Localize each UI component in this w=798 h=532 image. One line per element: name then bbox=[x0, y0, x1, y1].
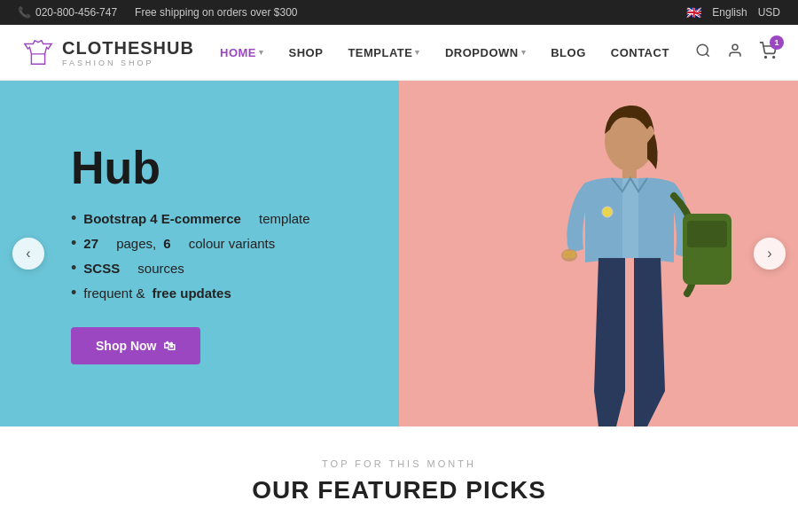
hero-text: Hub Bootstrap 4 E-commerce template 27 p… bbox=[71, 143, 310, 364]
svg-point-3 bbox=[765, 56, 767, 58]
hero-list-item: Bootstrap 4 E-commerce template bbox=[71, 209, 310, 228]
next-arrow-icon: › bbox=[767, 246, 771, 262]
shop-now-button[interactable]: Shop Now 🛍 bbox=[71, 327, 200, 364]
header-icons: 1 bbox=[695, 42, 777, 64]
currency-selector[interactable]: USD bbox=[758, 6, 780, 19]
logo[interactable]: CLOTHESHUB FASHION SHOP bbox=[21, 35, 194, 69]
chevron-down-icon: ▾ bbox=[415, 48, 420, 57]
logo-text: CLOTHESHUB FASHION SHOP bbox=[62, 38, 194, 67]
brand-sub: FASHION SHOP bbox=[62, 59, 194, 67]
svg-rect-7 bbox=[622, 178, 638, 258]
hero-list-item: SCSS sources bbox=[71, 259, 310, 278]
shop-icon: 🛍 bbox=[163, 339, 176, 353]
phone-icon: 📞 bbox=[18, 6, 31, 19]
chevron-down-icon: ▾ bbox=[521, 48, 527, 57]
nav-home[interactable]: HOME ▾ bbox=[220, 46, 264, 59]
model-svg bbox=[461, 81, 763, 426]
hero-title: Hub bbox=[71, 143, 310, 193]
nav-blog[interactable]: BLOG bbox=[551, 46, 586, 59]
hero-list-item: 27 pages, 6 colour variants bbox=[71, 234, 310, 253]
svg-point-0 bbox=[697, 44, 708, 55]
nav-shop[interactable]: SHOP bbox=[289, 46, 324, 59]
hero-model bbox=[461, 81, 763, 426]
logo-icon bbox=[21, 35, 55, 69]
top-bar-right: 🇬🇧 English USD bbox=[686, 5, 780, 20]
featured-title: OUR FEATURED PICKS bbox=[0, 476, 798, 505]
chevron-down-icon: ▾ bbox=[259, 48, 264, 57]
main-nav: HOME ▾ SHOP TEMPLATE ▾ DROPDOWN ▾ BLOG C… bbox=[220, 46, 669, 59]
hero-section: Hub Bootstrap 4 E-commerce template 27 p… bbox=[0, 81, 798, 426]
nav-contact[interactable]: CONTACT bbox=[611, 46, 669, 59]
svg-point-12 bbox=[602, 207, 613, 217]
next-slide-button[interactable]: › bbox=[754, 238, 786, 270]
top-bar: 📞 020-800-456-747 Free shipping on order… bbox=[0, 0, 798, 25]
cart-badge: 1 bbox=[770, 35, 784, 50]
svg-rect-11 bbox=[563, 251, 575, 258]
search-icon bbox=[695, 43, 711, 59]
phone-info: 📞 020-800-456-747 bbox=[18, 6, 117, 19]
brand-name: CLOTHESHUB bbox=[62, 38, 194, 59]
nav-dropdown[interactable]: DROPDOWN ▾ bbox=[445, 46, 526, 59]
featured-section: TOP FOR THIS MONTH OUR FEATURED PICKS bbox=[0, 426, 798, 522]
top-bar-left: 📞 020-800-456-747 Free shipping on order… bbox=[18, 6, 298, 19]
svg-line-1 bbox=[706, 53, 708, 56]
shop-now-label: Shop Now bbox=[96, 339, 156, 353]
svg-point-4 bbox=[773, 56, 775, 58]
header: CLOTHESHUB FASHION SHOP HOME ▾ SHOP TEMP… bbox=[0, 25, 798, 81]
prev-slide-button[interactable]: ‹ bbox=[12, 238, 44, 270]
account-button[interactable] bbox=[727, 43, 743, 63]
user-icon bbox=[727, 43, 743, 59]
svg-point-2 bbox=[732, 44, 738, 50]
flag-icon: 🇬🇧 bbox=[686, 5, 701, 20]
shipping-info: Free shipping on orders over $300 bbox=[135, 6, 297, 19]
search-button[interactable] bbox=[695, 43, 711, 63]
nav-template[interactable]: TEMPLATE ▾ bbox=[348, 46, 420, 59]
prev-arrow-icon: ‹ bbox=[26, 246, 30, 262]
cart-button[interactable]: 1 bbox=[759, 42, 777, 64]
featured-sub: TOP FOR THIS MONTH bbox=[0, 458, 798, 469]
phone-number: 020-800-456-747 bbox=[35, 6, 117, 19]
hero-list-item: frequent & free updates bbox=[71, 284, 310, 302]
svg-rect-9 bbox=[687, 221, 727, 247]
hero-list: Bootstrap 4 E-commerce template 27 pages… bbox=[71, 209, 310, 302]
language-selector[interactable]: English bbox=[712, 6, 747, 19]
